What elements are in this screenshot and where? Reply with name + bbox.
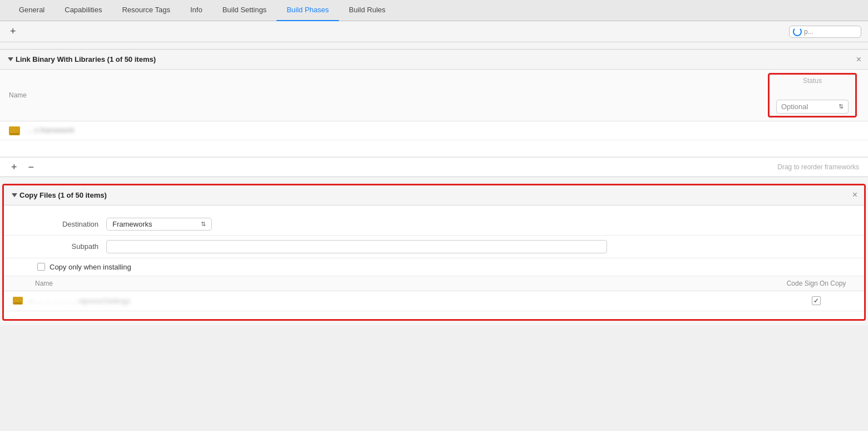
status-header-label: Status <box>803 77 822 85</box>
toolbar: + p... <box>0 21 868 42</box>
file-icon <box>13 297 23 305</box>
search-area: p... <box>789 26 861 38</box>
destination-value: Frameworks <box>112 220 152 228</box>
search-loading-icon <box>793 27 802 36</box>
tab-info[interactable]: Info <box>180 0 213 21</box>
status-value-cell <box>757 121 868 140</box>
destination-row: Destination Frameworks ⇅ <box>4 213 864 236</box>
copy-files-title: Copy Files (1 of 50 items) <box>19 191 107 199</box>
file-name-text: — ... ... .... .... ..·xtpress/Settings <box>27 297 777 305</box>
code-sign-cell: ✓ <box>777 296 855 305</box>
link-binary-close-button[interactable]: × <box>856 55 861 64</box>
tab-build-settings[interactable]: Build Settings <box>213 0 277 21</box>
status-select-value: Optional <box>781 102 808 111</box>
collapse-triangle-link[interactable] <box>8 57 13 61</box>
files-name-header: Name <box>13 280 777 287</box>
copy-files-section: Copy Files (1 of 50 items) × Destination… <box>2 184 866 321</box>
add-remove-row: + − Drag to reorder frameworks <box>0 157 868 177</box>
tab-bar: General Capabilities Resource Tags Info … <box>0 0 868 21</box>
status-column-header: Status Optional ⇅ <box>757 70 868 121</box>
table-row-empty <box>0 140 868 156</box>
destination-label: Destination <box>37 220 98 228</box>
framework-name-cell: ....n.framework <box>0 121 757 140</box>
copy-files-body: Destination Frameworks ⇅ Subpath Copy on… <box>4 205 864 319</box>
main-content: Link Binary With Libraries (1 of 50 item… <box>0 42 868 325</box>
code-sign-checkbox[interactable]: ✓ <box>812 296 821 305</box>
collapse-triangle-copy[interactable] <box>12 193 17 197</box>
copy-only-row: Copy only when installing <box>4 258 864 276</box>
drag-hint-text: Drag to reorder frameworks <box>777 163 859 171</box>
link-binary-table: Name Status Optional ⇅ <box>0 70 868 157</box>
search-box: p... <box>789 26 861 38</box>
copy-files-header: Copy Files (1 of 50 items) × <box>4 185 864 205</box>
copy-only-checkbox[interactable] <box>37 263 45 271</box>
remove-framework-button[interactable]: − <box>26 162 37 172</box>
tab-build-rules[interactable]: Build Rules <box>339 0 396 21</box>
tab-resource-tags[interactable]: Resource Tags <box>112 0 180 21</box>
subpath-input[interactable] <box>106 240 607 253</box>
tab-general[interactable]: General <box>9 0 55 21</box>
copy-files-close-button[interactable]: × <box>852 190 857 199</box>
framework-name-text: ....n.framework <box>27 126 75 134</box>
copy-only-label: Copy only when installing <box>50 263 131 271</box>
subpath-row: Subpath <box>4 236 864 258</box>
link-binary-section: Link Binary With Libraries (1 of 50 item… <box>0 49 868 177</box>
files-code-sign-header: Code Sign On Copy <box>777 280 855 287</box>
tab-capabilities[interactable]: Capabilities <box>55 0 112 21</box>
name-column-header: Name <box>0 70 757 121</box>
framework-icon <box>9 126 20 135</box>
destination-updown-icon: ⇅ <box>201 221 206 228</box>
status-updown-icon: ⇅ <box>839 103 844 110</box>
add-framework-button[interactable]: + <box>9 162 19 172</box>
status-select-dropdown[interactable]: Optional ⇅ <box>776 100 849 114</box>
file-row: — ... ... .... .... ..·xtpress/Settings … <box>4 291 864 311</box>
files-header-row: Name Code Sign On Copy <box>4 276 864 291</box>
subpath-label: Subpath <box>37 242 98 251</box>
link-binary-header: Link Binary With Libraries (1 of 50 item… <box>0 50 868 70</box>
link-binary-title: Link Binary With Libraries (1 of 50 item… <box>16 55 156 63</box>
empty-row-cell <box>0 140 868 156</box>
destination-select[interactable]: Frameworks ⇅ <box>106 218 212 231</box>
status-cell-highlight: Status Optional ⇅ <box>768 73 857 117</box>
search-partial-text: p... <box>804 28 813 36</box>
add-phase-button[interactable]: + <box>7 26 19 37</box>
tab-build-phases[interactable]: Build Phases <box>277 0 339 21</box>
table-row: ....n.framework <box>0 121 868 140</box>
